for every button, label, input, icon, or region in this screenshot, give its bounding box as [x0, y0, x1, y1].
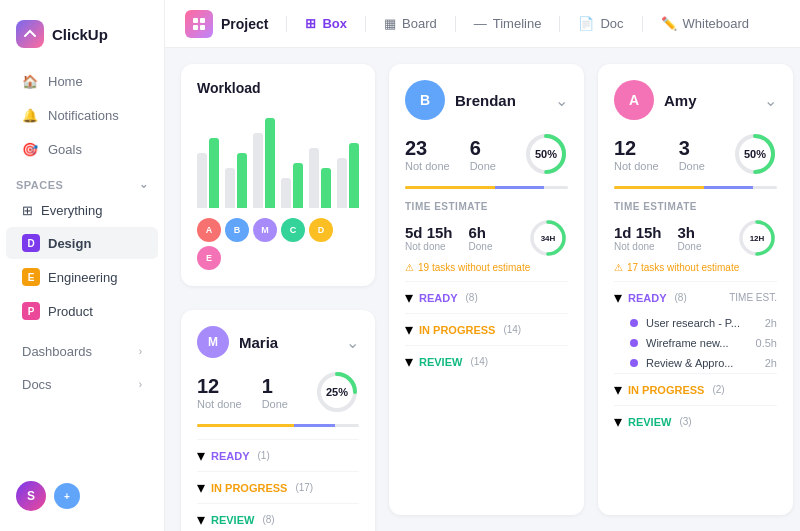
amy-task-2-dot	[630, 339, 638, 347]
amy-time-section: TIME ESTIMATE 1d 15h Not done 3h Done	[614, 201, 777, 273]
brendan-time-not-done-val: 5d 15h	[405, 224, 453, 241]
brendan-review-section[interactable]: REVIEW (14)	[405, 345, 568, 377]
tab-whiteboard-icon: ✏️	[661, 16, 677, 31]
maria-review-chevron	[197, 510, 205, 529]
brendan-done-num: 6	[470, 137, 496, 160]
amy-warning[interactable]: ⚠ 17 tasks without estimate	[614, 262, 777, 273]
bar-group-3	[253, 118, 275, 208]
svg-rect-2	[193, 25, 198, 30]
user-avatar[interactable]: S	[16, 481, 46, 511]
workload-avatar-2: B	[225, 218, 249, 242]
spaces-chevron[interactable]: ⌄	[139, 178, 149, 191]
brendan-progress-circle: 50%	[524, 132, 568, 176]
amy-task-3[interactable]: Review & Appro... 2h	[614, 353, 777, 373]
svg-rect-1	[200, 18, 205, 23]
bar-group-2	[225, 153, 247, 208]
brendan-ready-label: READY	[419, 292, 458, 304]
maria-inprogress-count: (17)	[295, 482, 313, 493]
tab-divider-3	[455, 16, 456, 32]
amy-time-row: 1d 15h Not done 3h Done 12H	[614, 218, 777, 258]
amy-task-2[interactable]: Wireframe new... 0.5h	[614, 333, 777, 353]
maria-stats: 12 Not done 1 Done 25%	[197, 370, 359, 414]
maria-inprogress-section[interactable]: IN PROGRESS (17)	[197, 471, 359, 503]
amy-ready-chevron	[614, 288, 622, 307]
logo-text: ClickUp	[52, 26, 108, 43]
brendan-stats: 23 Not done 6 Done 50%	[405, 132, 568, 176]
workload-title: Workload	[197, 80, 359, 96]
nav-goals[interactable]: 🎯 Goals	[6, 133, 158, 165]
maria-not-done: 12 Not done	[197, 375, 242, 410]
tab-box-label: Box	[322, 16, 347, 31]
tab-doc[interactable]: 📄 Doc	[566, 10, 635, 37]
brendan-expand-icon[interactable]: ⌄	[555, 91, 568, 110]
brendan-inprogress-section[interactable]: IN PROGRESS (14)	[405, 313, 568, 345]
amy-review-count: (3)	[679, 416, 691, 427]
nav-home-label: Home	[48, 74, 83, 89]
amy-task-1-label: User research - P...	[646, 317, 765, 329]
tab-timeline[interactable]: — Timeline	[462, 10, 554, 37]
tab-whiteboard[interactable]: ✏️ Whiteboard	[649, 10, 761, 37]
amy-time-circle: 12H	[737, 218, 777, 258]
brendan-ready-section[interactable]: READY (8)	[405, 281, 568, 313]
sidebar-item-engineering-label: Engineering	[48, 270, 117, 285]
bar-gray-2	[225, 168, 235, 208]
workload-avatars: A B M C D E	[197, 218, 359, 270]
amy-ready-count: (8)	[675, 292, 687, 303]
brendan-inprogress-count: (14)	[503, 324, 521, 335]
brendan-not-done-num: 23	[405, 137, 450, 160]
brendan-warning-text: 19 tasks without estimate	[418, 262, 530, 273]
amy-task-2-time: 0.5h	[756, 337, 777, 349]
amy-expand-icon[interactable]: ⌄	[764, 91, 777, 110]
nav-home[interactable]: 🏠 Home	[6, 65, 158, 97]
amy-progress-blue	[704, 186, 753, 189]
amy-card: A Amy ⌄ 12 Not done 3 Done	[598, 64, 793, 515]
amy-task-1[interactable]: User research - P... 2h	[614, 313, 777, 333]
product-badge: P	[22, 302, 40, 320]
tab-divider-1	[286, 16, 287, 32]
project-title: Project	[221, 16, 268, 32]
brendan-ready-count: (8)	[466, 292, 478, 303]
maria-expand-icon[interactable]: ⌄	[346, 333, 359, 352]
brendan-time-circle: 34H	[528, 218, 568, 258]
maria-done-num: 1	[262, 375, 288, 398]
sidebar-item-everything-label: Everything	[41, 203, 102, 218]
amy-ready-section[interactable]: READY (8) TIME EST.	[614, 281, 777, 313]
bar-group-6	[337, 143, 359, 208]
brendan-time-row: 5d 15h Not done 6h Done 34H	[405, 218, 568, 258]
amy-review-chevron	[614, 412, 622, 431]
brendan-progress-bar	[405, 186, 568, 189]
maria-ready-section[interactable]: READY (1)	[197, 439, 359, 471]
amy-name: Amy	[664, 92, 697, 109]
amy-warning-icon: ⚠	[614, 262, 623, 273]
maria-not-done-label: Not done	[197, 398, 242, 410]
maria-avatar: M	[197, 326, 229, 358]
nav-notifications[interactable]: 🔔 Notifications	[6, 99, 158, 131]
bar-group-5	[309, 148, 331, 208]
brendan-warning[interactable]: ⚠ 19 tasks without estimate	[405, 262, 568, 273]
maria-review-section[interactable]: REVIEW (8)	[197, 503, 359, 531]
sidebar-item-product[interactable]: P Product	[6, 295, 158, 327]
sidebar-item-design[interactable]: D Design	[6, 227, 158, 259]
nav-docs[interactable]: Docs ›	[6, 369, 158, 400]
bar-green-5	[321, 168, 331, 208]
amy-inprogress-section[interactable]: IN PROGRESS (2)	[614, 373, 777, 405]
user-avatar-2[interactable]: +	[54, 483, 80, 509]
sidebar-item-everything[interactable]: ⊞ Everything	[6, 196, 158, 225]
everything-icon: ⊞	[22, 203, 33, 218]
maria-progress-yellow	[197, 424, 294, 427]
tab-divider-4	[559, 16, 560, 32]
maria-review-count: (8)	[262, 514, 274, 525]
tab-board-label: Board	[402, 16, 437, 31]
sidebar-item-engineering[interactable]: E Engineering	[6, 261, 158, 293]
tab-board[interactable]: ▦ Board	[372, 10, 449, 37]
amy-progress-bar	[614, 186, 777, 189]
bar-gray-6	[337, 158, 347, 208]
tab-box[interactable]: ⊞ Box	[293, 10, 359, 37]
brendan-time-done: 6h Done	[469, 224, 493, 252]
brendan-progress-label: 50%	[535, 148, 557, 160]
amy-not-done: 12 Not done	[614, 137, 659, 172]
nav-dashboards[interactable]: Dashboards ›	[6, 336, 158, 367]
amy-review-section[interactable]: REVIEW (3)	[614, 405, 777, 437]
amy-ready-time-est-header: TIME EST.	[729, 292, 777, 303]
brendan-time-not-done: 5d 15h Not done	[405, 224, 453, 252]
